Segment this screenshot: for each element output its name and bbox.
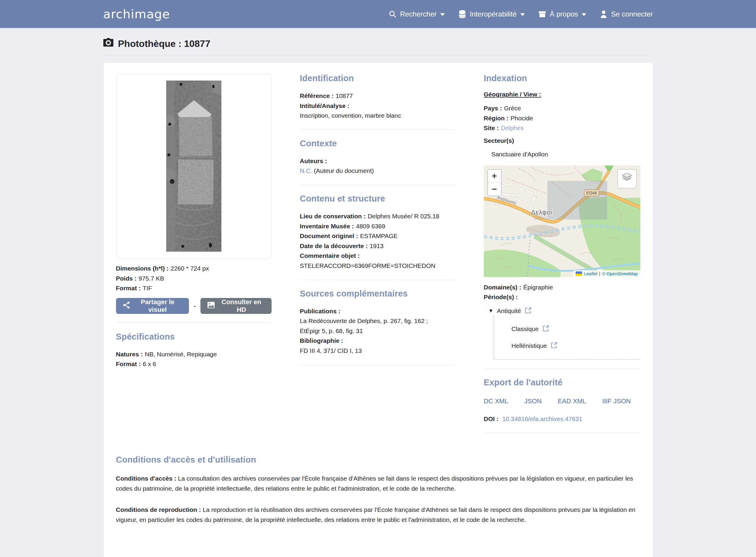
- bibliographie-value: FD III 4, 371/ CID I, 13: [300, 346, 455, 356]
- external-link-icon[interactable]: [525, 307, 532, 315]
- map-zoom-control: + −: [487, 169, 502, 196]
- doi-link[interactable]: 10.34816/efa.archives.47631: [502, 415, 582, 422]
- domaines-row: Domaine(s) :Épigraphie: [484, 282, 640, 292]
- secteur-value: Sanctuaire d'Apollon: [484, 151, 640, 158]
- nav-item-label: Interopérabilité: [470, 10, 516, 18]
- view-hd-button[interactable]: Consulter en HD: [200, 298, 271, 314]
- sources-title: Sources complémentaires: [300, 289, 455, 299]
- map-road-badge: EO48: [586, 190, 597, 195]
- divider: [484, 369, 640, 369]
- nav-item-rechercher[interactable]: Rechercher: [389, 10, 445, 18]
- periodes-tree: ▼ Antiquité Classique: [484, 307, 640, 360]
- tree-node-antiquite: ▼ Antiquité: [488, 307, 640, 315]
- nav-item-a-propos[interactable]: À propos: [538, 10, 586, 18]
- export-json-link[interactable]: JSON: [524, 398, 542, 405]
- lieu-row: Lieu de conservation :Delphes Musée/ R 0…: [300, 211, 455, 221]
- reference-row: Référence :10877: [300, 91, 455, 101]
- publication-line: La Redécouverte de Delphes, p. 267, fig.…: [300, 316, 455, 326]
- format-row: Format :TIF: [116, 283, 272, 293]
- bibliographie-label: Bibliographie :: [300, 337, 343, 344]
- nav-item-label: Rechercher: [400, 10, 437, 18]
- contexte-title: Contexte: [300, 139, 455, 148]
- poids-row: Poids :975.7 KB: [116, 273, 272, 284]
- export-links: DC XML JSON EAD XML IIIF JSON: [484, 398, 631, 405]
- estampage-image: [166, 81, 221, 252]
- contenu-title: Contenu et structure: [300, 194, 455, 204]
- map-layers-button[interactable]: [617, 169, 637, 188]
- commentaire-label: Commentaire objet :: [300, 252, 360, 259]
- map-tiles: Απόλλωνος Δελφοί EO48: [484, 166, 640, 277]
- region-row: Région :Phocide: [484, 113, 640, 123]
- record-card: Dimensions (h*l) :2260 * 724 px Poids :9…: [103, 63, 653, 557]
- leaflet-link[interactable]: Leaflet: [584, 271, 597, 276]
- publication-line: ÉtÉpigr 5, p. 68, fig. 31: [300, 326, 455, 336]
- archive-icon: [538, 10, 546, 18]
- commentaire-value: STELERACCORD=6369FORME=STOICHEDON: [300, 261, 455, 271]
- export-dc-xml-link[interactable]: DC XML: [484, 398, 508, 405]
- chevron-down-icon: [440, 13, 445, 16]
- navbar: archimage Rechercher Interopérabilité: [0, 0, 756, 28]
- secteurs-label: Secteur(s): [484, 137, 640, 144]
- tree-node-hellenistique: Hellénistique: [511, 342, 640, 350]
- export-ead-xml-link[interactable]: EAD XML: [558, 398, 586, 405]
- intitule-label: Intitulé/Analyse :: [300, 102, 349, 109]
- inventaire-row: Inventaire Musée :4809 6369: [300, 221, 455, 231]
- chevron-down-icon: [582, 13, 586, 16]
- divider: [300, 129, 455, 130]
- site-row: Site :Delphes: [484, 123, 640, 133]
- database-icon: [458, 10, 466, 18]
- map-attribution: Leaflet | © OpenStreetMap: [573, 270, 640, 277]
- conditions-section: Conditions d'accès et d'utilisation Cond…: [116, 455, 640, 525]
- export-iiif-json-link[interactable]: IIIF JSON: [602, 398, 631, 405]
- tree-node-classique: Classique: [511, 325, 640, 333]
- camera-icon: [103, 38, 113, 49]
- dimensions-row: Dimensions (h*l) :2260 * 724 px: [116, 263, 272, 273]
- geographie-heading: Géographie / View :: [484, 91, 640, 98]
- conditions-acces: Conditions d'accès : La consultation des…: [116, 473, 640, 494]
- export-title: Export de l'autorité: [484, 378, 640, 387]
- external-link-icon[interactable]: [551, 342, 558, 350]
- brand-logo[interactable]: archimage: [103, 7, 170, 21]
- button-separator: -: [194, 302, 196, 310]
- squeeze-thumbnail: [116, 74, 272, 259]
- conditions-reproduction: Conditions de reproduction : La reproduc…: [116, 505, 640, 525]
- column-description: Identification Référence :10877 Intitulé…: [300, 74, 455, 442]
- share-button[interactable]: Partager le visuel: [116, 298, 189, 314]
- layers-icon: [621, 173, 633, 185]
- natures-row: Natures :NB, Numérisé, Repiquage: [116, 349, 272, 359]
- tree-collapse-toggle[interactable]: ▼: [488, 308, 494, 314]
- openstreetmap-link[interactable]: © OpenStreetMap: [602, 271, 638, 276]
- nav-item-interoperabilite[interactable]: Interopérabilité: [458, 10, 525, 18]
- auteur-row: N.C. (Auteur du document): [300, 166, 455, 176]
- site-link[interactable]: Delphes: [501, 124, 524, 131]
- page-title: Photothèque : 10877: [103, 38, 653, 49]
- image-icon: [207, 302, 215, 310]
- nav-item-label: Se connecter: [611, 10, 653, 18]
- column-indexation: Indexation Géographie / View : Pays :Grè…: [484, 74, 640, 442]
- zoom-out-button[interactable]: −: [488, 183, 501, 196]
- external-link-icon[interactable]: [542, 325, 549, 333]
- auteur-link[interactable]: N.C.: [300, 167, 312, 174]
- nav-item-se-connecter[interactable]: Se connecter: [600, 10, 653, 18]
- search-icon: [389, 10, 396, 18]
- indexation-title: Indexation: [484, 74, 640, 83]
- doi-row: DOI : 10.34816/efa.archives.47631: [484, 414, 640, 424]
- nav-item-label: À propos: [550, 10, 578, 18]
- conditions-title: Conditions d'accès et d'utilisation: [116, 455, 640, 465]
- share-icon: [123, 301, 130, 310]
- leaflet-map[interactable]: Απόλλωνος Δελφοί EO48 + −: [484, 166, 640, 277]
- auteurs-label: Auteurs :: [300, 157, 327, 164]
- divider: [300, 185, 455, 185]
- column-visual: Dimensions (h*l) :2260 * 724 px Poids :9…: [116, 74, 272, 442]
- document-row: Document originel :ESTAMPAGE: [300, 231, 455, 241]
- divider: [116, 323, 272, 323]
- format-spec-row: Format :6 x 6: [116, 359, 272, 369]
- decouverte-row: Date de la découverte :1913: [300, 241, 455, 251]
- periodes-label: Période(s) :: [484, 294, 518, 300]
- ukraine-flag-icon: [576, 271, 582, 276]
- map-town-label: Δελφοί: [531, 209, 553, 216]
- user-icon: [600, 10, 608, 18]
- identification-title: Identification: [300, 74, 455, 83]
- intitule-value: Inscription, convention, marbre blanc: [300, 111, 455, 121]
- zoom-in-button[interactable]: +: [488, 170, 501, 183]
